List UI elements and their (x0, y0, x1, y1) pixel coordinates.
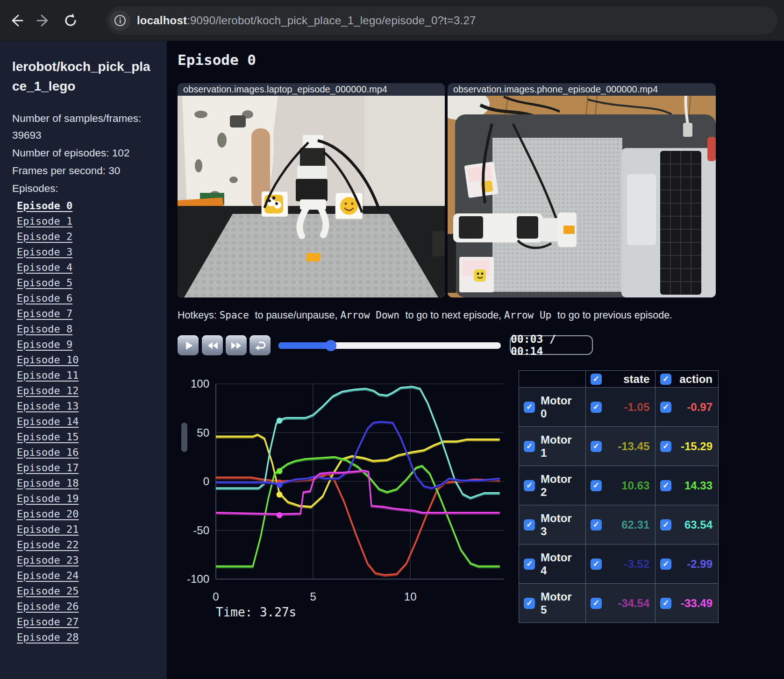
address-bar[interactable]: localhost:9090/lerobot/koch_pick_place_1… (106, 7, 777, 35)
episodes-label: Episodes: (12, 180, 155, 197)
table-header-row: state action (519, 371, 719, 388)
back-arrow-icon (8, 13, 24, 28)
action-cell-checkbox[interactable] (660, 559, 671, 570)
svg-text:100: 100 (191, 377, 209, 390)
episode-link[interactable]: Episode 11 (12, 368, 155, 383)
episode-link[interactable]: Episode 13 (12, 398, 155, 414)
seek-slider[interactable] (278, 342, 501, 349)
loop-button[interactable] (249, 335, 271, 355)
episode-link[interactable]: Episode 28 (12, 629, 155, 645)
episode-list: Episode 0 Episode 1 Episode 2 Episode 3 … (12, 198, 155, 645)
state-cell-checkbox[interactable] (591, 441, 602, 452)
episode-link[interactable]: Episode 20 (12, 506, 155, 522)
action-cell-checkbox[interactable] (660, 402, 671, 413)
video-frame-laptop[interactable] (178, 96, 445, 297)
episode-link[interactable]: Episode 26 (12, 599, 155, 614)
episode-link[interactable]: Episode 3 (12, 244, 155, 260)
action-cell-checkbox[interactable] (660, 519, 671, 530)
state-cell-checkbox[interactable] (591, 559, 602, 570)
hotkeys-seg2: to go to next episode, (405, 310, 504, 321)
action-cell-checkbox[interactable] (660, 441, 671, 452)
episode-link[interactable]: Episode 25 (12, 583, 155, 599)
action-value: -33.49 (671, 597, 713, 610)
state-cell-checkbox[interactable] (591, 480, 602, 491)
dataset-stats: Number of samples/frames: 39693 Number o… (12, 110, 155, 197)
table-row: Motor 5 -34.54 -33.49 (519, 584, 719, 623)
url-text: localhost:9090/lerobot/koch_pick_place_1… (137, 14, 476, 27)
episode-link[interactable]: Episode 0 (12, 198, 155, 213)
state-value: -1.05 (602, 401, 649, 414)
state-column-checkbox[interactable] (591, 374, 602, 385)
episode-link[interactable]: Episode 23 (12, 552, 155, 568)
seek-slider-thumb[interactable] (325, 340, 336, 351)
site-info-button[interactable] (110, 10, 130, 31)
action-column-checkbox[interactable] (660, 374, 671, 385)
play-icon (181, 339, 195, 353)
chart-time-label: Time: 3.27s (216, 605, 296, 619)
episode-link[interactable]: Episode 15 (12, 429, 155, 445)
motor-row-checkbox[interactable] (524, 519, 535, 530)
info-icon (114, 14, 126, 27)
rewind-button[interactable] (202, 335, 223, 355)
reload-icon (63, 13, 78, 28)
fast-forward-button[interactable] (226, 335, 247, 355)
stat-episodes: Number of episodes: 102 (12, 145, 155, 162)
action-cell-checkbox[interactable] (660, 480, 671, 491)
forward-button[interactable] (33, 10, 54, 31)
video-panel-laptop[interactable]: observation.images.laptop_episode_000000… (178, 83, 445, 297)
motor-row-checkbox[interactable] (524, 402, 535, 413)
video-frame-phone[interactable] (448, 96, 716, 297)
episode-link[interactable]: Episode 14 (12, 414, 155, 429)
episode-link[interactable]: Episode 1 (12, 213, 155, 229)
motor-label: Motor 1 (541, 433, 580, 460)
time-display: 00:03 / 00:14 (510, 335, 593, 355)
episode-link[interactable]: Episode 2 (12, 229, 155, 244)
episode-link[interactable]: Episode 16 (12, 445, 155, 460)
motor-label: Motor 0 (541, 394, 580, 420)
episode-link[interactable]: Episode 22 (12, 537, 155, 552)
player-controls: 00:03 / 00:14 (0, 335, 784, 359)
episode-link[interactable]: Episode 7 (12, 306, 155, 321)
forward-arrow-icon (36, 13, 51, 28)
motor-row-checkbox[interactable] (524, 598, 535, 609)
hotkeys-seg3: to go to previous episode. (557, 310, 672, 321)
video-title-phone: observation.images.phone_episode_000000.… (448, 83, 716, 96)
episode-link[interactable]: Episode 4 (12, 260, 155, 275)
state-cell-checkbox[interactable] (591, 402, 602, 413)
svg-text:10: 10 (404, 590, 417, 603)
motor-row-checkbox[interactable] (524, 480, 535, 491)
state-column-header: state (602, 373, 649, 386)
laptop (621, 148, 716, 297)
motor-chart[interactable]: 100500-50-1000510 (177, 368, 510, 606)
action-value: 63.54 (671, 518, 713, 531)
table-row: Motor 1 -13.45 -15.29 (519, 427, 719, 466)
play-button[interactable] (178, 335, 199, 355)
episode-link[interactable]: Episode 21 (12, 522, 155, 537)
episode-link[interactable]: Episode 8 (12, 321, 155, 337)
episode-link[interactable]: Episode 5 (12, 275, 155, 290)
hotkeys-help: Hotkeys: Space to pause/unpause, Arrow D… (178, 310, 672, 321)
emoji-box-top (464, 162, 498, 198)
reload-button[interactable] (60, 10, 81, 31)
page-title: Episode 0 (178, 51, 256, 68)
svg-text:-50: -50 (193, 524, 209, 537)
state-cell-checkbox[interactable] (591, 519, 602, 530)
back-button[interactable] (6, 10, 27, 31)
state-cell-checkbox[interactable] (591, 598, 602, 609)
episode-link[interactable]: Episode 6 (12, 290, 155, 306)
url-host: localhost (137, 14, 187, 27)
motor-row-checkbox[interactable] (524, 559, 535, 570)
video-panel-phone[interactable]: observation.images.phone_episode_000000.… (448, 83, 716, 297)
episode-link[interactable]: Episode 19 (12, 491, 155, 506)
action-cell-checkbox[interactable] (660, 598, 671, 609)
motor-row-checkbox[interactable] (524, 441, 535, 452)
episode-link[interactable]: Episode 18 (12, 475, 155, 491)
episode-link[interactable]: Episode 17 (12, 460, 155, 475)
state-value: -34.54 (602, 597, 649, 610)
motor-label: Motor 4 (541, 551, 580, 577)
red-object (707, 137, 716, 161)
episode-link[interactable]: Episode 12 (12, 383, 155, 398)
hotkey-arrow-up: Arrow Up (504, 310, 557, 321)
episode-link[interactable]: Episode 24 (12, 568, 155, 583)
episode-link[interactable]: Episode 27 (12, 614, 155, 629)
